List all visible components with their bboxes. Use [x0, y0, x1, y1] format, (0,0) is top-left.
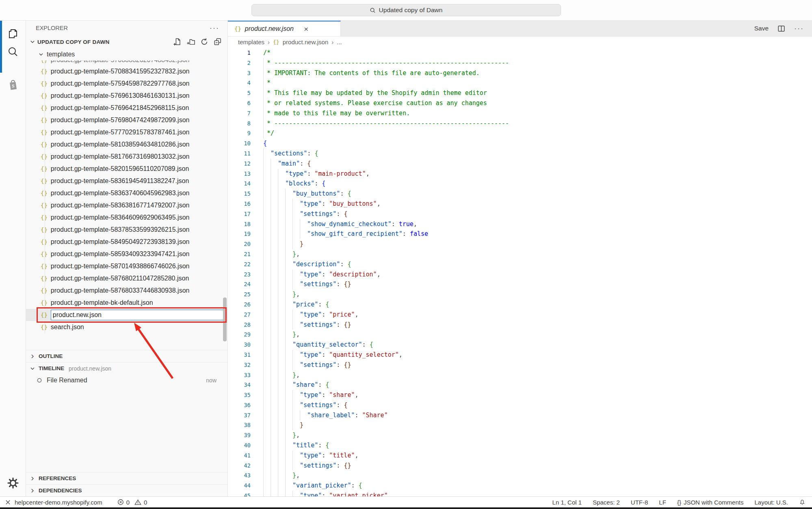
code-line[interactable]: 18"show_dynamic_checkout": true,: [228, 219, 812, 229]
file-item[interactable]: {}product.gp-template-570883415952327832…: [26, 65, 227, 78]
code-line[interactable]: 15"buy_buttons": {: [228, 189, 812, 199]
code-line[interactable]: 45"type": "variant_picker",: [228, 491, 812, 496]
file-item[interactable]: {}product.gp-template-581038594634810286…: [26, 138, 227, 151]
file-item[interactable]: {}product.gp-template-bk-default.json: [26, 297, 227, 309]
code-line[interactable]: 6* or related systems. Please exercise c…: [228, 98, 812, 108]
problems-indicator[interactable]: 0 0: [117, 499, 147, 506]
code-line[interactable]: 34"share": {: [228, 380, 812, 390]
breadcrumb-more[interactable]: ...: [337, 39, 342, 45]
status-indentation[interactable]: Spaces: 2: [593, 499, 620, 506]
explorer-more-icon[interactable]: ···: [210, 26, 219, 30]
tab-product-new-json[interactable]: {} product.new.json ×: [228, 21, 341, 36]
code-line[interactable]: 1/*: [228, 48, 812, 58]
save-button[interactable]: Save: [754, 25, 769, 32]
code-line[interactable]: 16"type": "buy_buttons",: [228, 199, 812, 209]
file-item[interactable]: {}product.gp-template-583619454911382247…: [26, 175, 227, 187]
code-line[interactable]: 2* -------------------------------------…: [228, 58, 812, 68]
status-eol[interactable]: LF: [659, 499, 666, 506]
code-line[interactable]: 11"sections": {: [228, 149, 812, 159]
code-line[interactable]: 4*: [228, 78, 812, 88]
status-language[interactable]: {} JSON with Comments: [677, 499, 744, 506]
code-line[interactable]: 40"title": {: [228, 440, 812, 451]
bell-icon[interactable]: [799, 499, 806, 506]
file-item[interactable]: {}product.gp-template-583638167714792007…: [26, 199, 227, 211]
explorer-icon[interactable]: [6, 26, 20, 40]
shopify-icon[interactable]: S: [6, 78, 20, 92]
file-item[interactable]: {}product.gp-template-576964218452968115…: [26, 102, 227, 114]
code-line[interactable]: 5* This file may be updated by the Shopi…: [228, 88, 812, 98]
code-line[interactable]: 19"show_gift_card_recipient": false: [228, 229, 812, 239]
code-line[interactable]: 32"settings": {}: [228, 360, 812, 370]
code-line[interactable]: 13"type": "main-product",: [228, 169, 812, 179]
file-item[interactable]: {}product.gp-template-577702915783787461…: [26, 126, 227, 138]
file-item[interactable]: {}product.gp-template-584950492723938139…: [26, 236, 227, 248]
code-line[interactable]: 10{: [228, 138, 812, 149]
code-line[interactable]: 28"settings": {}: [228, 320, 812, 330]
file-item[interactable]: {}product.gp-template-581766731698013032…: [26, 151, 227, 163]
timeline-section-header[interactable]: TIMELINE product.new.json: [26, 362, 227, 374]
code-line[interactable]: 22"description": {: [228, 259, 812, 270]
code-line[interactable]: 17"settings": {: [228, 209, 812, 219]
sidebar-scrollbar[interactable]: [223, 298, 227, 341]
refresh-icon[interactable]: [200, 38, 208, 46]
editor-more-icon[interactable]: ···: [794, 26, 804, 30]
folder-item-templates[interactable]: templates: [26, 48, 227, 60]
file-item[interactable]: {}product.gp-template-582015965110207089…: [26, 163, 227, 175]
code-line[interactable]: 9*/: [228, 128, 812, 138]
code-line[interactable]: 3* IMPORTANT: The contents of this file …: [228, 68, 812, 78]
code-line[interactable]: 43},: [228, 470, 812, 481]
code-line[interactable]: 24"settings": {}: [228, 279, 812, 289]
rename-input[interactable]: [51, 310, 223, 320]
file-item[interactable]: {}product.gp-template-583637406045962983…: [26, 187, 227, 199]
file-item[interactable]: {}product.gp-template-587680211047285280…: [26, 272, 227, 285]
code-line[interactable]: 38}: [228, 420, 812, 430]
code-line[interactable]: 14"blocks": {: [228, 179, 812, 189]
code-line[interactable]: 29},: [228, 330, 812, 340]
file-item[interactable]: {}product.gp-template-576961308461630131…: [26, 90, 227, 102]
code-line[interactable]: 26"price": {: [228, 300, 812, 310]
code-editor[interactable]: 1/*2* ----------------------------------…: [228, 47, 812, 496]
file-item-clipped[interactable]: {} product.gp-template-57088882620748845…: [26, 60, 227, 65]
file-item[interactable]: {}product.gp-template-583646096929063495…: [26, 211, 227, 224]
code-line[interactable]: 39},: [228, 430, 812, 440]
timeline-event-row[interactable]: File Renamed now: [26, 374, 227, 386]
remote-indicator-icon[interactable]: [5, 499, 11, 505]
code-line[interactable]: 27"type": "price",: [228, 310, 812, 320]
collapse-all-icon[interactable]: [214, 38, 222, 46]
search-view-icon[interactable]: [6, 45, 20, 59]
code-line[interactable]: 36"settings": {: [228, 400, 812, 410]
new-file-icon[interactable]: [173, 38, 182, 46]
code-line[interactable]: 25},: [228, 289, 812, 300]
status-host[interactable]: helpcenter-demo.myshopify.com: [15, 499, 102, 506]
breadcrumb-file[interactable]: product.new.json: [283, 39, 329, 45]
code-line[interactable]: 37"share_label": "Share": [228, 410, 812, 421]
code-line[interactable]: 20}: [228, 239, 812, 249]
code-line[interactable]: 31"type": "quantity_selector",: [228, 350, 812, 360]
status-cursor-position[interactable]: Ln 1, Col 1: [552, 499, 582, 506]
code-line[interactable]: 7* made to this file may be overwritten.: [228, 108, 812, 119]
code-line[interactable]: 33},: [228, 370, 812, 380]
status-keyboard-layout[interactable]: Layout: U.S.: [754, 499, 788, 506]
code-line[interactable]: 23"type": "description",: [228, 270, 812, 280]
status-encoding[interactable]: UTF-8: [631, 499, 648, 506]
code-line[interactable]: 21},: [228, 249, 812, 259]
file-item[interactable]: {}product.gp-template-587014938866746026…: [26, 260, 227, 272]
code-line[interactable]: 12"main": {: [228, 159, 812, 169]
code-line[interactable]: 42"settings": {}: [228, 461, 812, 471]
outline-section-header[interactable]: OUTLINE: [26, 350, 227, 362]
settings-gear-icon[interactable]: [6, 476, 20, 490]
project-section-header[interactable]: UPDATED COPY OF DAWN: [26, 35, 227, 48]
code-line[interactable]: 41"type": "title",: [228, 451, 812, 461]
breadcrumb-folder[interactable]: templates: [238, 39, 264, 45]
references-section-header[interactable]: REFERENCES: [26, 472, 227, 484]
code-line[interactable]: 35"type": "share",: [228, 390, 812, 400]
dependencies-section-header[interactable]: DEPENDENCIES: [26, 485, 227, 496]
code-line[interactable]: 30"quantity_selector": {: [228, 340, 812, 350]
file-item[interactable]: {}product.gp-template-583785335993926215…: [26, 224, 227, 236]
code-line[interactable]: 8* -------------------------------------…: [228, 119, 812, 129]
close-icon[interactable]: ×: [304, 25, 308, 33]
file-item[interactable]: {}product.gp-template-576980474249872099…: [26, 114, 227, 126]
file-item-renamed[interactable]: {}: [26, 309, 227, 321]
file-item[interactable]: {}product.gp-template-587680337446830938…: [26, 285, 227, 297]
file-item-search[interactable]: {} search.json: [26, 321, 227, 333]
